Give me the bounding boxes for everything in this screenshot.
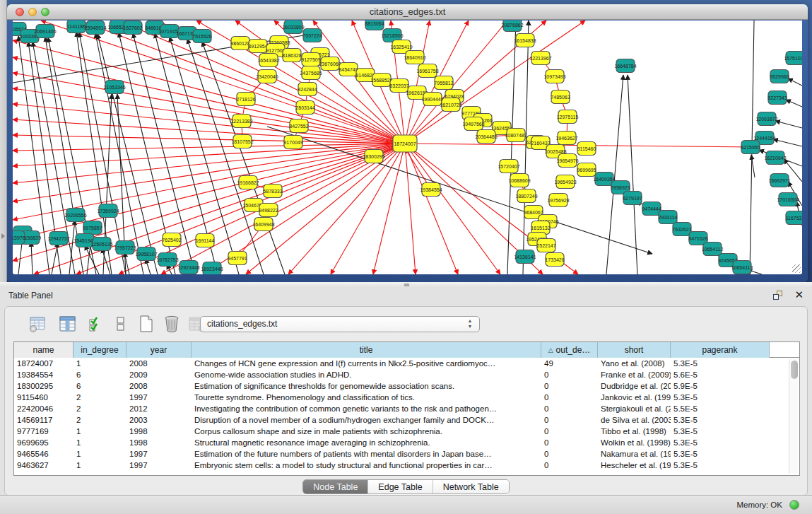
graph-node[interactable]: 12942737 [47,232,69,245]
tab-network-table[interactable]: Network Table [433,480,509,493]
graph-node[interactable]: 15720407 [498,160,519,173]
graph-node[interactable]: 18107552 [231,135,253,148]
graph-node[interactable]: 7955812 [434,76,453,90]
graph-node[interactable]: 12505135 [90,238,112,251]
graph-node[interactable]: 7625402 [162,233,181,247]
resize-grip-icon[interactable] [792,264,801,273]
graph-node[interactable]: 9127509 [301,53,320,66]
graph-node[interactable]: 10497568 [462,117,484,131]
graph-node[interactable]: 20876862 [501,21,523,32]
graph-node[interactable]: 1733426 [545,253,564,267]
graph-node[interactable]: 16154838 [514,34,536,47]
graph-node[interactable]: 12923448 [177,261,199,274]
graph-node[interactable]: 16210725 [440,98,461,112]
graph-node[interactable]: 9115460 [577,142,596,156]
clear-selection-icon[interactable] [111,314,131,334]
graph-node[interactable]: 8912954 [248,40,267,53]
table-row[interactable]: 1456911722003Disruption of a novel membe… [14,415,799,426]
expand-panel-arrow-icon[interactable] [1,233,5,239]
graph-node[interactable]: 3913976 [13,231,25,245]
graph-node[interactable]: 1167533 [786,211,802,225]
graph-node[interactable]: 9860128 [230,37,249,50]
graph-node[interactable]: 19384554 [420,183,442,197]
table-row[interactable]: 946362711997Embryonic stem cells: a mode… [14,460,799,472]
graph-node[interactable]: 16033809 [282,21,304,34]
graph-node[interactable]: 15692971 [768,174,790,187]
tab-edge-table[interactable]: Edge Table [368,480,433,493]
graph-node[interactable]: 8215955 [741,141,760,154]
citation-network-graph[interactable]: 2405574100339220691406114118623948914106… [13,21,802,274]
graph-node[interactable]: 21053346 [103,81,125,94]
graph-node[interactable]: 17016504 [777,193,799,206]
graph-node[interactable]: 19756928 [547,194,569,207]
graph-node[interactable]: 14136141 [514,250,536,264]
graph-node[interactable]: 18724007 [393,135,417,152]
graph-node[interactable]: 7632621 [672,223,691,236]
graph-node[interactable]: 19958107 [135,247,157,261]
graph-node[interactable]: 6279197 [623,192,642,205]
graph-node[interactable]: 9227343 [767,91,787,105]
graph-node[interactable]: 12975115 [557,110,579,124]
table-row[interactable]: 1830029562008Estimation of significance … [14,381,799,392]
graph-node[interactable]: 18640910 [404,51,425,64]
graph-node[interactable]: 2803144 [295,101,314,115]
scrollbar-thumb[interactable] [791,361,798,379]
graph-node[interactable]: 1691144 [196,234,215,247]
graph-node[interactable]: 10807487 [505,129,526,142]
graph-node[interactable]: 17957223 [114,241,136,255]
graph-node[interactable]: 9975857 [83,221,102,235]
select-all-icon[interactable] [86,314,105,334]
graph-node[interactable]: 7515526 [192,30,211,43]
column-header-title[interactable]: title [192,342,541,358]
graph-node[interactable]: 16210643 [764,151,786,165]
graph-node[interactable]: 10654112 [702,243,724,256]
graph-node[interactable]: 19654923 [554,175,576,189]
tab-node-table[interactable]: Node Table [303,480,368,493]
table-row[interactable]: 1872400712008Changes of HCN gene express… [14,358,799,370]
graph-node[interactable]: 2522147 [536,239,555,252]
graph-node[interactable]: 5878333 [263,185,282,198]
graph-node[interactable]: 9699695 [577,163,596,177]
graph-node[interactable]: 18807249 [515,189,537,203]
graph-node[interactable]: 16409948 [252,218,274,231]
graph-node[interactable]: 23948914 [84,21,106,35]
table-row[interactable]: 969969511998Structural magnetic resonanc… [14,438,799,449]
column-header-out_de[interactable]: △out_de… [541,342,598,358]
network-canvas[interactable]: 2405574100339220691406114118623948914106… [13,21,802,274]
show-columns-icon[interactable] [57,314,77,334]
column-header-pagerank[interactable]: pagerank [671,342,770,358]
graph-node[interactable]: 9457791 [228,252,247,265]
graph-node[interactable]: 23676068 [319,57,341,71]
horizontal-splitter[interactable] [0,282,812,287]
graph-node[interactable]: 20691406 [34,25,56,38]
graph-node[interactable]: 10973493 [543,70,565,83]
graph-node[interactable]: 7557224 [302,29,322,42]
table-row[interactable]: 1938455462009Genome-wide association stu… [14,370,799,381]
graph-node[interactable]: 18300295 [363,150,384,163]
graph-node[interactable]: 2718126 [236,93,255,106]
table-mode-icon[interactable] [28,314,47,334]
graph-node[interactable]: 8186328 [282,49,301,62]
graph-node[interactable]: 2933114 [659,211,678,224]
graph-node[interactable]: 9170049 [283,136,302,149]
delete-column-icon[interactable] [162,314,182,334]
graph-node[interactable]: 15751074 [784,52,802,65]
graph-node[interactable]: 16543382 [257,54,279,67]
column-header-year[interactable]: year [126,342,192,358]
graph-node[interactable]: 19654976 [556,154,578,168]
graph-node[interactable]: 17359924 [97,204,119,218]
side-panel-collapsed-strip[interactable] [0,0,7,282]
graph-node[interactable]: 8813054 [365,21,384,30]
new-column-icon[interactable] [136,314,156,334]
graph-node[interactable]: 24375685 [300,66,322,80]
graph-node[interactable]: 10654113 [731,261,753,274]
graph-node[interactable]: 12093872 [755,112,777,126]
table-selector-dropdown[interactable]: citations_edges.txt ▲▼ [200,316,480,332]
vertical-scrollbar[interactable] [789,359,798,474]
table-row[interactable]: 911546021997Tourette syndrome. Phenomeno… [14,392,799,404]
graph-node[interactable]: 16782753 [156,253,178,267]
graph-node[interactable]: 1527602 [123,21,142,35]
graph-node[interactable]: 19166822 [237,176,259,189]
table-row[interactable]: 2242004622012Investigating the contribut… [14,404,799,415]
graph-node[interactable]: 9529966 [770,70,789,83]
